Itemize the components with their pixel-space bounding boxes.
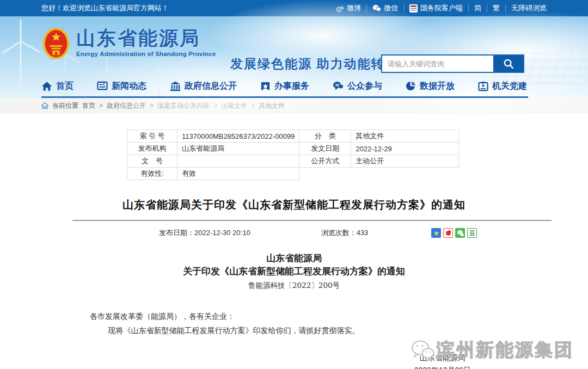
topbar-simplified-link[interactable]: 简 <box>474 3 481 13</box>
location-home-icon <box>41 102 48 109</box>
pie-chart-icon <box>406 81 416 91</box>
article-heading-notice: 关于印发《山东省新型储能工程发展行动方案》的通知 <box>0 265 588 278</box>
page: 您好！欢迎浏览山东省能源局官方网站！ 微博 微信 国务院客户端 <box>0 0 588 369</box>
home-icon <box>41 81 52 91</box>
article-paragraph: 现将《山东省新型储能工程发展行动方案》印发给你们，请抓好贯彻落实。 <box>90 323 544 337</box>
gov-client-icon <box>409 4 418 13</box>
table-row: 有效性: 有效 <box>127 168 459 180</box>
national-emblem-logo <box>42 27 70 60</box>
meta-value-doc-number <box>177 155 299 168</box>
site-title-en: Energy Administration of Shandong Provin… <box>76 51 216 57</box>
news-icon <box>97 81 108 91</box>
meta-label-category: 分 类 <box>299 130 351 143</box>
brand: 山东省能源局 Energy Administration of Shandong… <box>42 27 216 60</box>
signature-block: 山东省能源局 2022年12月29日 <box>0 352 588 369</box>
publish-date: 发布日期：2022-12-30 20:10 <box>159 228 250 238</box>
nav-item-gov-info[interactable]: 政府信息公开 <box>170 81 237 92</box>
article-doc-number: 鲁能源科技〔2022〕200号 <box>0 281 588 291</box>
search-button[interactable] <box>493 56 523 72</box>
article-meta-row: 发布日期：2022-12-30 20:10 浏览次数：433 ★ 豆 <box>0 228 588 238</box>
article-heading-org: 山东省能源局 <box>0 252 588 265</box>
meta-label-issuer: 发布机构 <box>127 143 177 155</box>
nav-item-services[interactable]: 办事服务 <box>260 81 309 92</box>
meta-value-issue-date: 2022-12-29 <box>351 143 459 155</box>
signature-date: 2022年12月29日 <box>414 364 471 369</box>
nav-label: 数据开放 <box>420 81 455 92</box>
meta-value-issuer: 山东省能源局 <box>177 143 299 155</box>
site-slogan: 发展绿色能源 助力动能转换 <box>230 56 398 72</box>
table-row: 文 号 公开方式 主动公开 <box>127 155 459 168</box>
meta-label-validity: 有效性: <box>127 168 177 180</box>
article-title: 山东省能源局关于印发《山东省新型储能工程发展行动方案》的通知 <box>0 198 588 212</box>
nav-item-open-data[interactable]: 数据开放 <box>406 81 455 92</box>
table-row: 发布机构 山东省能源局 发文日期 2022-12-29 <box>127 143 459 155</box>
douban-share-icon[interactable]: 豆 <box>467 228 477 238</box>
nav-label: 政府信息公开 <box>185 81 237 92</box>
weibo-share-icon[interactable] <box>443 228 453 238</box>
search-bar <box>381 54 524 73</box>
publish-date-value: 2022-12-30 20:10 <box>194 229 250 237</box>
nav-label: 办事服务 <box>274 81 309 92</box>
topbar-gov-client-label: 国务院客户端 <box>420 3 463 13</box>
divider <box>487 5 487 12</box>
nav-label: 首页 <box>56 81 74 92</box>
meta-label-issue-date: 发文日期 <box>299 143 351 155</box>
empty-cell <box>299 168 351 180</box>
search-input[interactable] <box>382 56 493 72</box>
publish-date-label: 发布日期： <box>159 229 194 237</box>
title-divider <box>72 220 552 221</box>
signature-org: 山东省能源局 <box>414 352 471 364</box>
nav-label: 机关党建 <box>492 81 527 92</box>
wechat-share-icon[interactable] <box>455 228 465 238</box>
article-body: 各市发展改革委（能源局），各有关企业： 现将《山东省新型储能工程发展行动方案》印… <box>90 309 544 337</box>
gov-building-icon <box>170 81 181 91</box>
nav-item-home[interactable]: 首页 <box>41 81 74 92</box>
document-meta-table: 索 引 号 11370000MB28526373/2022-00099 分 类 … <box>127 130 459 180</box>
article-paragraph: 各市发展改革委（能源局），各有关企业： <box>90 309 544 323</box>
nav-label: 新闻动态 <box>112 81 146 92</box>
view-count-label: 浏览次数： <box>321 229 357 237</box>
search-icon <box>503 58 514 70</box>
site-header: 山东省能源局 Energy Administration of Shandong… <box>0 16 588 98</box>
view-count: 浏览次数：433 <box>321 228 369 238</box>
signature-inner: 山东省能源局 2022年12月29日 <box>414 352 471 369</box>
topbar-gov-client-link[interactable]: 国务院客户端 <box>409 3 463 13</box>
party-badge-icon <box>478 81 488 91</box>
view-count-value: 433 <box>357 229 369 237</box>
share-icons: ★ 豆 <box>431 228 477 238</box>
topbar-greeting: 您好！欢迎浏览山东省能源局官方网站！ <box>41 3 169 13</box>
favorite-share-icon[interactable]: ★ <box>431 228 441 238</box>
meta-label-open-mode: 公开方式 <box>299 155 351 168</box>
nav-underline <box>41 96 528 98</box>
nav-label: 公众参与 <box>347 81 382 92</box>
divider <box>468 5 469 12</box>
nav-item-news[interactable]: 新闻动态 <box>97 81 146 92</box>
service-star-icon <box>260 81 271 91</box>
chat-bubbles-icon <box>333 81 344 91</box>
meta-value-validity: 有效 <box>177 168 299 180</box>
brand-text: 山东省能源局 Energy Administration of Shandong… <box>76 27 216 57</box>
meta-label-doc-number: 文 号 <box>127 155 177 168</box>
main-nav: 首页 新闻动态 政府 <box>41 76 527 96</box>
nav-item-participation[interactable]: 公众参与 <box>333 81 382 92</box>
empty-cell <box>351 168 459 180</box>
site-title: 山东省能源局 <box>76 27 216 49</box>
meta-value-open-mode: 主动公开 <box>351 155 459 168</box>
simplified-label: 简 <box>474 3 481 13</box>
nav-item-party-building[interactable]: 机关党建 <box>478 81 527 92</box>
